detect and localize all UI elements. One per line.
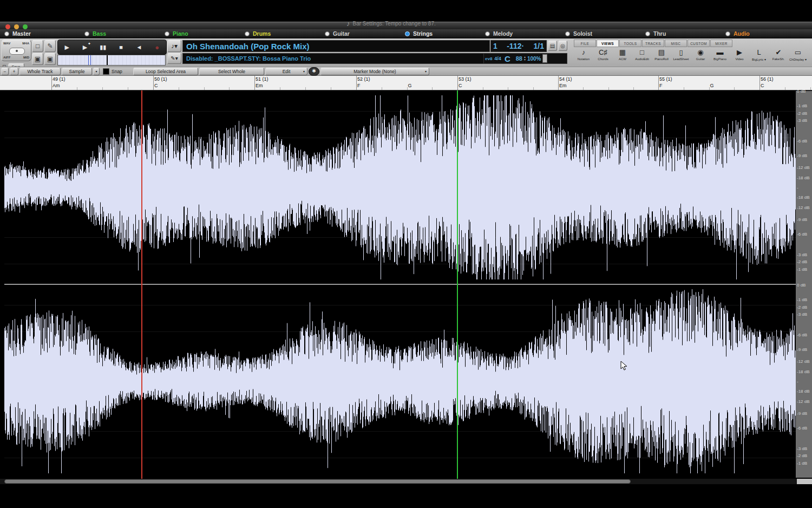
format-mid-label[interactable]: MID (23, 56, 29, 59)
format-aiff-label[interactable]: AIFF (3, 56, 10, 59)
zoom-level-value[interactable]: 100% (527, 56, 541, 62)
marker-mode-dropdown[interactable]: Marker Mode (None)▾ (320, 68, 429, 75)
format-m4a-label[interactable]: M4A (22, 42, 29, 45)
style-field[interactable]: Disabled: _BOSSAPT.STY: Bossa Piano Trio (182, 53, 490, 64)
minimize-window-button[interactable] (14, 24, 19, 29)
song-title-menu-button[interactable]: ♪▾ (167, 40, 181, 52)
view-button-acw[interactable]: ▦ACW (613, 48, 632, 66)
meter-value[interactable]: 4/4 (494, 56, 501, 61)
track-radio-icon[interactable] (485, 31, 490, 36)
snap-checkbox[interactable] (103, 68, 109, 75)
track-button-guitar[interactable]: Guitar (325, 30, 405, 37)
play-button[interactable]: ▶ (60, 44, 74, 51)
maximize-window-button[interactable] (23, 24, 28, 29)
feel-value[interactable]: ev8 (485, 56, 492, 61)
tab-tools[interactable]: TOOLS (619, 40, 641, 47)
tab-misc[interactable]: MISC (665, 40, 687, 47)
track-button-melody[interactable]: Melody (485, 30, 565, 37)
bar-ruler[interactable]: 49 (1)Am50 (1)C51 (1)Em52 (1)FG53 (1)C54… (0, 76, 812, 90)
loop-button[interactable]: ◄ (132, 44, 146, 50)
zoom-out-button[interactable]: − (1, 68, 9, 75)
view-button-fakesh[interactable]: ✔FakeSh. (769, 48, 788, 66)
track-button-audio[interactable]: Audio (725, 30, 806, 37)
track-radio-icon[interactable] (4, 31, 9, 36)
open-song-button[interactable]: ✎ (44, 40, 56, 52)
view-button-video[interactable]: ▶Video (730, 48, 749, 66)
waveform-canvas[interactable] (4, 91, 796, 478)
tempo-spinner[interactable]: ▲▼ (523, 56, 526, 61)
position-display[interactable]: 1 -112· 1/1 (490, 40, 547, 52)
key-value[interactable]: C (505, 54, 510, 63)
track-radio-icon[interactable] (405, 31, 410, 36)
scrollbar-thumb[interactable] (4, 479, 631, 484)
loop-button[interactable]: ◎ (558, 41, 567, 51)
record-button[interactable]: ● (150, 43, 164, 51)
edit-menu-button[interactable]: Edit▾ (265, 68, 307, 75)
track-radio-icon[interactable] (165, 31, 169, 36)
view-button-biglyric[interactable]: LBigLyric ▾ (749, 48, 769, 66)
close-window-button[interactable] (5, 24, 10, 29)
track-radio-icon[interactable] (84, 31, 89, 36)
red-marker-line[interactable] (141, 90, 142, 479)
view-button-chords[interactable]: C♯Chords (593, 48, 613, 66)
tab-custom[interactable]: CUSTOM (687, 40, 710, 47)
track-button-drums[interactable]: Drums (245, 30, 325, 37)
position-cursor[interactable] (107, 55, 108, 65)
track-button-piano[interactable]: Piano (165, 30, 245, 37)
db-label: -2 dB (797, 111, 807, 116)
tab-views[interactable]: VIEWS (597, 40, 619, 47)
track-button-bass[interactable]: Bass (84, 30, 165, 37)
zoom-spinner[interactable] (542, 54, 547, 63)
play-from-button[interactable]: ▶✦ (78, 44, 92, 51)
select-whole-button[interactable]: Select Whole (199, 68, 264, 75)
pause-button[interactable]: ▮▮ (96, 44, 110, 51)
green-marker-line[interactable] (457, 90, 458, 479)
copy-button[interactable]: ▤ (548, 41, 557, 51)
tab-mixer[interactable]: MIXER (710, 40, 732, 47)
snap-toggle[interactable]: Snap (101, 68, 132, 75)
track-radio-icon[interactable] (725, 31, 730, 36)
view-button-bigpiano[interactable]: ▬BigPiano (710, 48, 730, 66)
format-selector-pill[interactable] (9, 48, 25, 55)
video-icon: ▶ (737, 48, 742, 57)
track-radio-icon[interactable] (245, 31, 250, 36)
new-song-button[interactable]: □ (32, 40, 43, 52)
loop-selected-area-button[interactable]: Loop Selected Area (133, 68, 198, 75)
track-radio-icon[interactable] (565, 31, 570, 36)
view-button-chdisplay[interactable]: ▭ChDisplay ▾ (788, 48, 808, 66)
track-button-strings[interactable]: Strings (405, 30, 485, 37)
tab-file[interactable]: FILE (574, 40, 596, 47)
horizontal-scrollbar[interactable] (0, 479, 812, 484)
audio-format-selector[interactable]: WAV M4A AIFF MID (1, 40, 31, 61)
view-button-notation[interactable]: ♪Notation (574, 48, 593, 66)
db-label: -6 dB (797, 139, 807, 144)
view-button-pianoroll[interactable]: ▤PianoRoll (652, 48, 671, 66)
track-button-soloist[interactable]: Soloist (565, 30, 645, 37)
zoom-in-button[interactable]: + (10, 68, 18, 75)
format-wav-label[interactable]: WAV (3, 42, 10, 45)
view-button-leadsheet[interactable]: ▯LeadSheet (671, 48, 691, 66)
view-button-audioedit[interactable]: □AudioEdit (632, 48, 652, 66)
song-title-field[interactable]: Oh Shenandoah (Pop Rock Mix) (182, 40, 490, 52)
track-button-master[interactable]: Master (4, 30, 84, 37)
song-position-strip[interactable] (57, 55, 166, 66)
sample-button[interactable]: Sample (62, 68, 92, 75)
tempo-bpm-value[interactable]: 88 (516, 55, 522, 62)
save-as-button[interactable]: ▣ (44, 53, 56, 65)
track-radio-icon[interactable] (325, 31, 330, 36)
bar-line (658, 76, 659, 90)
stop-button[interactable]: ■ (114, 44, 128, 50)
whole-track-button[interactable]: Whole Track (19, 68, 61, 75)
bar-line (153, 76, 154, 90)
settings-gear-button[interactable]: ✱ (309, 67, 319, 76)
tab-tracks[interactable]: TRACKS (642, 40, 664, 47)
save-song-button[interactable]: ▣ (32, 53, 43, 65)
beat-tick (102, 87, 103, 90)
track-radio-icon[interactable] (645, 31, 650, 36)
style-menu-button[interactable]: ✎▾ (167, 53, 181, 64)
track-selector-bar: MasterBassPianoDrumsGuitarStringsMelodyS… (0, 29, 812, 38)
chords-icon: C♯ (599, 48, 607, 57)
track-button-thru[interactable]: Thru (645, 30, 725, 37)
view-button-guitar[interactable]: ◉Guitar (691, 48, 710, 66)
sample-dropdown-icon[interactable]: ▾ (93, 68, 100, 75)
